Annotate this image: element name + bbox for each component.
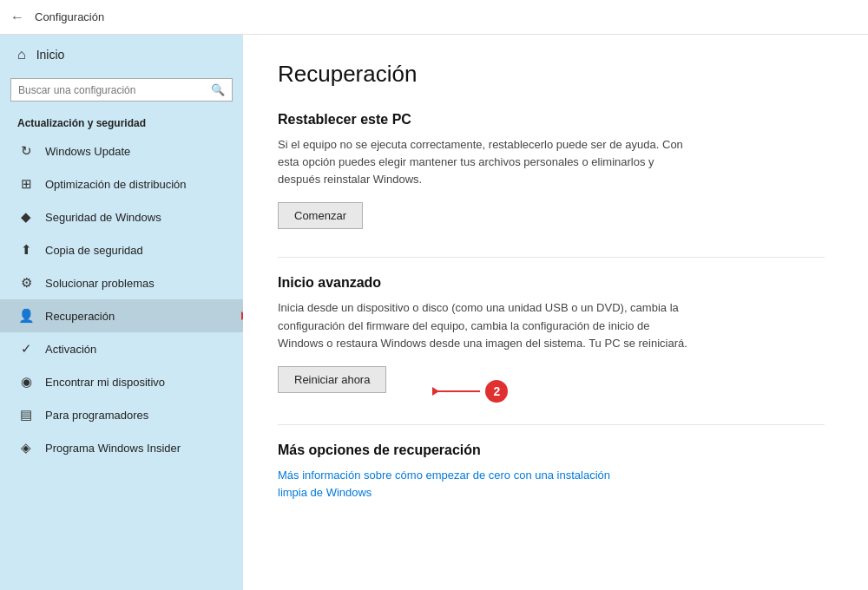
encontrar-icon: ◉ [17, 374, 35, 390]
arrow-line-2 [432, 390, 480, 392]
sidebar-item-label-recuperacion: Recuperación [45, 310, 115, 323]
reiniciar-btn-wrapper: Reiniciar ahora 2 [278, 366, 386, 417]
sidebar-item-seguridad[interactable]: ◆Seguridad de Windows [0, 200, 243, 233]
sidebar-item-copia[interactable]: ⬆Copia de seguridad [0, 233, 243, 266]
divider-2 [278, 424, 825, 425]
copia-icon: ⬆ [17, 242, 35, 258]
search-icon: 🔍 [211, 83, 225, 96]
windows-update-icon: ↻ [17, 143, 35, 159]
sidebar-item-home[interactable]: ⌂ Inicio [0, 35, 243, 75]
activacion-icon: ✓ [17, 341, 35, 357]
sidebar-item-label-activacion: Activación [45, 343, 96, 356]
sidebar-item-label-insider: Programa Windows Insider [45, 442, 181, 455]
sidebar-item-insider[interactable]: ◈Programa Windows Insider [0, 431, 243, 464]
solucionar-icon: ⚙ [17, 275, 35, 291]
sidebar-home-label: Inicio [36, 48, 65, 62]
section-restablecer-title: Restablecer este PC [278, 112, 825, 128]
arrow-line-1 [241, 315, 243, 317]
annotation-2: 2 [432, 380, 508, 403]
seguridad-icon: ◆ [17, 209, 35, 225]
back-button[interactable]: ← [10, 10, 24, 25]
search-input[interactable] [18, 84, 211, 96]
sidebar-item-encontrar[interactable]: ◉Encontrar mi dispositivo [0, 365, 243, 398]
search-box: 🔍 [10, 78, 233, 102]
sidebar-item-activacion[interactable]: ✓Activación [0, 332, 243, 365]
sidebar-item-optimizacion[interactable]: ⊞Optimización de distribución [0, 167, 243, 200]
sidebar-item-label-programadores: Para programadores [45, 409, 148, 422]
title-bar: ← Configuración [0, 0, 868, 35]
section-restablecer-desc: Si el equipo no se ejecuta correctamente… [278, 136, 694, 188]
mas-info-link[interactable]: Más información sobre cómo empezar de ce… [278, 467, 642, 502]
content-area: Recuperación Restablecer este PC Si el e… [243, 35, 868, 590]
sidebar-item-solucionar[interactable]: ⚙Solucionar problemas [0, 266, 243, 299]
comenzar-btn-wrapper: Comenzar [278, 202, 363, 253]
home-icon: ⌂ [17, 47, 26, 62]
sidebar-item-label-encontrar: Encontrar mi dispositivo [45, 376, 165, 389]
section-inicio-title: Inicio avanzado [278, 275, 825, 291]
page-title: Recuperación [278, 61, 825, 88]
sidebar-item-label-optimizacion: Optimización de distribución [45, 178, 187, 191]
insider-icon: ◈ [17, 440, 35, 456]
sidebar-item-recuperacion[interactable]: 👤Recuperación1 [0, 299, 243, 332]
annotation-circle-2: 2 [485, 380, 508, 403]
section-mas-title: Más opciones de recuperación [278, 442, 825, 458]
recuperacion-icon: 👤 [17, 308, 35, 324]
annotation-1: 1 [241, 305, 243, 327]
title-bar-title: Configuración [35, 10, 104, 23]
programadores-icon: ▤ [17, 407, 35, 423]
main-container: ⌂ Inicio 🔍 Actualización y seguridad ↻Wi… [0, 35, 868, 590]
sidebar-item-label-windows-update: Windows Update [45, 145, 130, 158]
section-inicio-desc: Inicia desde un dispositivo o disco (com… [278, 299, 694, 351]
optimizacion-icon: ⊞ [17, 176, 35, 192]
divider-1 [278, 257, 825, 258]
sidebar-item-label-seguridad: Seguridad de Windows [45, 211, 161, 224]
sidebar-item-programadores[interactable]: ▤Para programadores [0, 398, 243, 431]
sidebar-item-label-solucionar: Solucionar problemas [45, 277, 155, 290]
reiniciar-button[interactable]: Reiniciar ahora [278, 366, 386, 393]
sidebar-item-label-copia: Copia de seguridad [45, 244, 143, 257]
sidebar: ⌂ Inicio 🔍 Actualización y seguridad ↻Wi… [0, 35, 243, 590]
sidebar-section-title: Actualización y seguridad [0, 110, 243, 134]
sidebar-items: ↻Windows Update⊞Optimización de distribu… [0, 134, 243, 464]
comenzar-button[interactable]: Comenzar [278, 202, 363, 229]
sidebar-item-windows-update[interactable]: ↻Windows Update [0, 134, 243, 167]
